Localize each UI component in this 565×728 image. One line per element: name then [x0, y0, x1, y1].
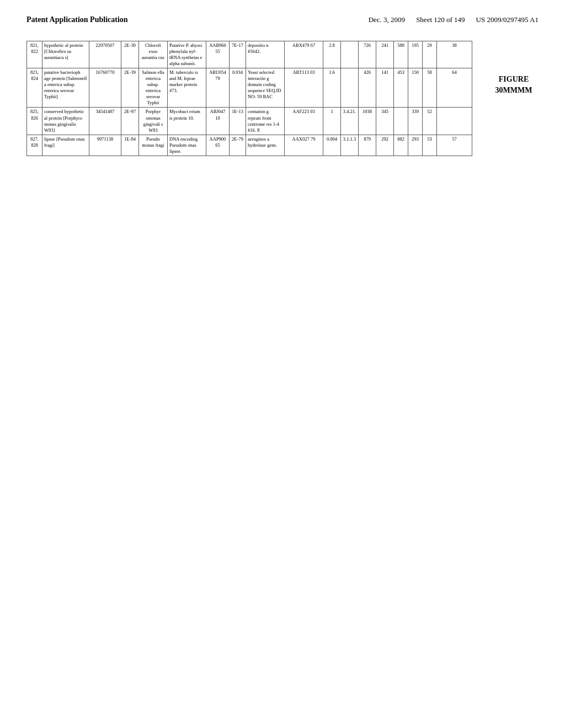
cell-3-12: 879	[359, 135, 376, 156]
cell-1-10: 1.6	[323, 68, 341, 108]
cell-2-6: ABJ047 10	[206, 108, 230, 135]
cell-3-9: AAX027 79	[285, 135, 323, 156]
cell-3-15: 293	[408, 135, 423, 156]
cell-3-17: 57	[437, 135, 472, 156]
cell-1-4: Salmon ella enterica subsp. enterica ser…	[139, 68, 168, 108]
cell-2-11: 3.4.21.	[341, 108, 359, 135]
cell-1-9: ABT113 03	[285, 68, 323, 108]
cell-2-7: 1E-13	[230, 108, 246, 135]
cell-3-5: DNA encoding Pseudom onas lipase.	[168, 135, 206, 156]
cell-0-17: 38	[437, 41, 472, 68]
figure-box: FIGURE30MMMM	[489, 41, 539, 156]
cell-0-16: 29	[423, 41, 437, 68]
cell-1-13: 141	[376, 68, 394, 108]
cell-0-0: 821, 822	[27, 41, 42, 68]
cell-3-10: 0.004	[323, 135, 341, 156]
cell-1-15: 150	[408, 68, 423, 108]
cell-2-12: 1038	[359, 108, 376, 135]
cell-2-14	[394, 108, 408, 135]
cell-1-17: 64	[437, 68, 472, 108]
table-row: 825, 826conserved hypothetic al protein …	[27, 108, 472, 135]
cell-2-13: 345	[376, 108, 394, 135]
cell-1-12: 426	[359, 68, 376, 108]
cell-1-7: 0.034	[230, 68, 246, 108]
cell-3-4: Pseudo monas fragi	[139, 135, 168, 156]
cell-2-17	[437, 108, 472, 135]
cell-0-10: 2.8	[323, 41, 341, 68]
cell-0-11	[341, 41, 359, 68]
cell-2-5: Mycobact erium is protein 10.	[168, 108, 206, 135]
cell-1-14: 453	[394, 68, 408, 108]
cell-3-1: lipase [Pseudom onas fragi]	[42, 135, 89, 156]
cell-0-8: depositio n #5642.	[246, 41, 285, 68]
cell-0-14: 588	[394, 41, 408, 68]
cell-2-9: AAF223 03	[285, 108, 323, 135]
header-right: Dec. 3, 2009 Sheet 120 of 149 US 2009/02…	[369, 15, 539, 24]
cell-0-6: AAB960 55	[206, 41, 230, 68]
header-sheet: Sheet 120 of 149	[416, 15, 465, 24]
cell-1-5: M. tuberculo is and M. leprae marker pro…	[168, 68, 206, 108]
cell-3-0: 827, 828	[27, 135, 42, 156]
cell-2-10: 1	[323, 108, 341, 135]
cell-3-2: 9971138	[89, 135, 121, 156]
figure-label: FIGURE30MMMM	[495, 74, 532, 95]
main-content: 821, 822hypothetic al protein [Chlorofle…	[0, 30, 565, 167]
cell-1-2: 16760770	[89, 68, 121, 108]
cell-0-1: hypothetic al protein [Chloroflex us aur…	[42, 41, 89, 68]
table-container: 821, 822hypothetic al protein [Chlorofle…	[26, 41, 472, 156]
cell-3-3: 1E-84	[121, 135, 139, 156]
cell-3-7: 2E-79	[230, 135, 246, 156]
date-sheet-line: Dec. 3, 2009 Sheet 120 of 149 US 2009/02…	[369, 15, 539, 24]
cell-1-8: Yeast selected interactin g domain codin…	[246, 68, 285, 108]
cell-0-12: 726	[359, 41, 376, 68]
cell-3-13: 292	[376, 135, 394, 156]
cell-0-3: 2E-30	[121, 41, 139, 68]
cell-2-3: 2E-97	[121, 108, 139, 135]
cell-0-13: 241	[376, 41, 394, 68]
cell-2-4: Porphyr omonas gingivali s W83	[139, 108, 168, 135]
cell-1-16: 58	[423, 68, 437, 108]
page-header: Patent Application Publication Dec. 3, 2…	[0, 0, 565, 30]
cell-0-4: Chlorofi exus aurantia cus	[139, 41, 168, 68]
header-patent: US 2009/0297495 A1	[476, 15, 539, 24]
cell-1-11	[341, 68, 359, 108]
table-row: 823, 824putative bacterioph age protein …	[27, 68, 472, 108]
cell-1-6: ABU054 79	[206, 68, 230, 108]
cell-3-16: 53	[423, 135, 437, 156]
data-table: 821, 822hypothetic al protein [Chlorofle…	[26, 41, 472, 156]
cell-0-5: Putative P. abyssi phenylala nyl-tRNA sy…	[168, 41, 206, 68]
cell-1-0: 823, 824	[27, 68, 42, 108]
cell-2-16: 52	[423, 108, 437, 135]
cell-2-0: 825, 826	[27, 108, 42, 135]
cell-1-3: 2E-39	[121, 68, 139, 108]
cell-2-8: containin g repeats from centrome res 1-…	[246, 108, 285, 135]
publication-label: Patent Application Publication	[26, 15, 128, 24]
cell-2-2: 34541487	[89, 108, 121, 135]
cell-0-15: 195	[408, 41, 423, 68]
cell-1-1: putative bacterioph age protein [Salmone…	[42, 68, 89, 108]
cell-3-11: 3.1.1.3	[341, 135, 359, 156]
header-date: Dec. 3, 2009	[369, 15, 405, 24]
cell-3-14: 882	[394, 135, 408, 156]
cell-0-7: 7E-17	[230, 41, 246, 68]
cell-0-9: ABX479 67	[285, 41, 323, 68]
cell-3-8: aeruginos a hydrolase gene.	[246, 135, 285, 156]
table-row: 827, 828lipase [Pseudom onas fragi]99711…	[27, 135, 472, 156]
cell-3-6: AAP900 65	[206, 135, 230, 156]
table-row: 821, 822hypothetic al protein [Chlorofle…	[27, 41, 472, 68]
cell-2-15: 339	[408, 108, 423, 135]
cell-2-1: conserved hypothetic al protein [Porphyr…	[42, 108, 89, 135]
cell-0-2: 22970507	[89, 41, 121, 68]
